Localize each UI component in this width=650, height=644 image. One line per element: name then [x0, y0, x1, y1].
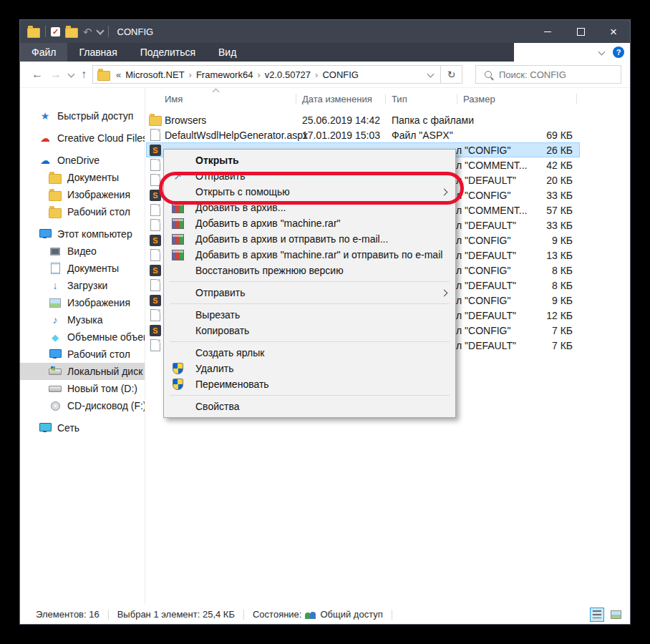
sidebar-item-label: Новый том (D:)	[67, 383, 137, 394]
column-header-date[interactable]: Дата изменения	[302, 94, 372, 104]
close-button[interactable]: ×	[597, 20, 630, 43]
thumbnails-view-button[interactable]	[608, 608, 623, 622]
titlebar: ✓ ↶ CONFIG ×	[20, 20, 630, 43]
breadcrumb-segment[interactable]: CONFIG	[322, 69, 359, 80]
new-folder-icon[interactable]	[65, 28, 78, 38]
minimize-icon	[544, 31, 551, 32]
refresh-button[interactable]: ↻	[441, 65, 462, 84]
details-view-button[interactable]	[590, 608, 604, 622]
sidebar-item[interactable]: Сеть	[20, 419, 145, 436]
menu-separator	[170, 281, 450, 282]
column-header-type[interactable]: Тип	[392, 94, 407, 104]
ribbon-tab-row: ФайлГлавнаяПоделитьсяВид ?	[20, 43, 630, 62]
status-state-label: Состояние:	[253, 609, 301, 620]
status-divider	[243, 610, 244, 620]
menu-item[interactable]: Добавить в архив и отправить по e-mail..…	[164, 231, 455, 247]
search-placeholder: Поиск: CONFIG	[499, 69, 566, 80]
menu-item[interactable]: Свойства	[164, 399, 455, 414]
file-type-fragment: л "DEFAULT"	[456, 218, 516, 233]
sidebar-item[interactable]: ♪Музыка	[20, 311, 145, 328]
sidebar-item[interactable]: ☁OneDrive	[20, 152, 145, 169]
menu-item[interactable]: Переименовать	[164, 376, 455, 392]
menu-item[interactable]: ↗Отправить	[164, 168, 455, 184]
sidebar-item[interactable]: Документы	[20, 260, 145, 277]
undo-icon[interactable]: ↶	[83, 26, 92, 37]
menu-item[interactable]: Добавить в архив "machine.rar"	[164, 215, 455, 231]
sublime-glyph: S	[150, 190, 161, 201]
tab-share[interactable]: Поделиться	[129, 43, 207, 62]
tab-home[interactable]: Главная	[67, 43, 128, 62]
picture-glyph	[49, 298, 61, 308]
minimize-button[interactable]	[531, 20, 564, 43]
status-items-count: Элементов: 16	[36, 609, 100, 620]
menu-separator	[170, 341, 450, 342]
menu-item[interactable]: Удалить	[164, 361, 455, 376]
menu-item-label: Удалить	[195, 363, 233, 374]
breadcrumb-segment[interactable]: Framework64	[196, 69, 253, 80]
cube-icon: ◆	[49, 332, 62, 343]
sidebar-item[interactable]: Рабочий стол	[20, 346, 145, 363]
column-header-size[interactable]: Размер	[463, 94, 495, 104]
customize-toolbar-chevron-icon[interactable]	[96, 26, 104, 34]
sidebar-item[interactable]: Изображения	[20, 294, 145, 311]
help-icon[interactable]: ?	[613, 47, 624, 58]
maximize-button[interactable]	[564, 20, 597, 43]
menu-item[interactable]: Добавить в архив "machine.rar" и отправи…	[164, 247, 455, 263]
creative-cloud-glyph: ☁	[40, 132, 50, 144]
sidebar-item[interactable]: Новый том (D:)	[20, 380, 145, 397]
tab-file[interactable]: Файл	[20, 43, 67, 62]
sidebar-item[interactable]: Локальный диск (C	[20, 363, 145, 380]
sidebar-item[interactable]: Документы	[20, 169, 145, 186]
file-size: 7 КБ	[552, 323, 573, 338]
menu-item[interactable]: Восстановить прежнюю версию	[164, 263, 455, 278]
column-divider[interactable]	[457, 94, 457, 104]
up-button[interactable]: ↑	[81, 69, 87, 80]
file-size: 33 КБ	[546, 218, 573, 233]
breadcrumb-segment[interactable]: Microsoft.NET	[125, 69, 184, 80]
recent-locations-chevron-icon[interactable]	[68, 70, 75, 77]
winrar-icon	[172, 250, 184, 260]
file-row[interactable]: DefaultWsdlHelpGenerator.aspx17.01.2019 …	[146, 127, 580, 142]
breadcrumb-dropdown-chevron-icon[interactable]	[427, 70, 435, 77]
menu-item[interactable]: Добавить в архив...	[164, 200, 455, 215]
menu-item[interactable]: Копировать	[164, 323, 455, 338]
breadcrumb-segment[interactable]: v2.0.50727	[265, 69, 311, 80]
column-header-name[interactable]: Имя	[165, 94, 183, 104]
forward-button[interactable]: →	[50, 69, 62, 80]
doc-glyph	[150, 159, 160, 171]
properties-icon[interactable]: ✓	[51, 27, 60, 36]
back-button[interactable]: ←	[31, 69, 43, 80]
sidebar-item-label: Сеть	[57, 422, 79, 434]
menu-item[interactable]: Создать ярлык	[164, 345, 455, 361]
status-selection: Выбран 1 элемент: 25,4 КБ	[117, 609, 235, 620]
menu-item[interactable]: Вырезать	[164, 307, 455, 323]
breadcrumb[interactable]: « Microsoft.NET›Framework64›v2.0.50727›C…	[92, 65, 441, 84]
sidebar-item[interactable]: Видео	[20, 243, 145, 260]
sidebar-item[interactable]: ↓Загрузки	[20, 277, 145, 294]
sidebar-item[interactable]: Рабочий стол	[20, 203, 145, 220]
column-divider[interactable]	[385, 94, 386, 104]
file-type-fragment: л "CONFIG"	[456, 263, 510, 278]
collapse-ribbon-chevron-icon[interactable]	[598, 48, 606, 55]
rar-icon	[171, 250, 184, 260]
menu-item[interactable]: Отправить	[164, 285, 455, 301]
creative-cloud-icon: ☁	[39, 132, 52, 144]
file-row[interactable]: Browsers25.06.2019 14:42Папка с файлами	[146, 112, 580, 127]
tab-view[interactable]: Вид	[207, 43, 248, 62]
sidebar-item[interactable]: ◆Объемные объект	[20, 328, 145, 346]
column-divider[interactable]	[296, 94, 296, 104]
folder-icon	[49, 206, 62, 218]
sidebar-item-label: Этот компьютер	[57, 228, 132, 240]
status-state-value: Общий доступ	[320, 609, 382, 620]
folder-icon	[49, 189, 62, 201]
menu-item[interactable]: Открыть	[164, 152, 455, 168]
sidebar-item[interactable]: CD-дисковод (F:)	[20, 397, 145, 414]
column-divider[interactable]	[576, 94, 577, 104]
sidebar-item[interactable]: ★Быстрый доступ	[20, 107, 145, 125]
menu-item-open-with[interactable]: Открыть с помощью	[164, 184, 455, 200]
sidebar-item[interactable]: ☁Creative Cloud Files	[20, 130, 145, 147]
breadcrumb-collapsed[interactable]: «	[116, 69, 121, 80]
sidebar-item[interactable]: Изображения	[20, 186, 145, 203]
sidebar-item[interactable]: Этот компьютер	[20, 225, 145, 243]
search-input[interactable]: Поиск: CONFIG	[475, 65, 621, 84]
